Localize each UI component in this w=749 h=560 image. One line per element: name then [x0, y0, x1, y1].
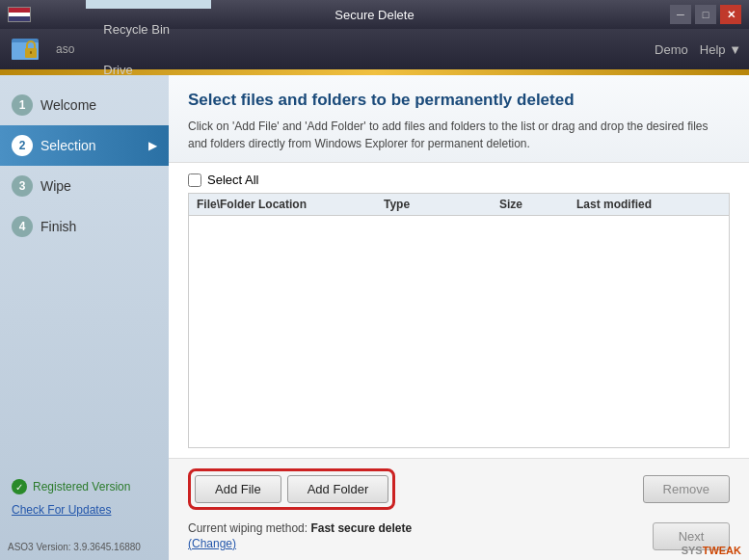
demo-link[interactable]: Demo: [655, 42, 688, 57]
wipe-info: Current wiping method: Fast secure delet…: [188, 518, 412, 550]
sidebar-steps: 1Welcome2Selection▶3Wipe4Finish: [0, 85, 169, 247]
step-arrow-2: ▶: [148, 139, 157, 152]
close-button[interactable]: ✕: [720, 5, 741, 24]
step-label-4: Finish: [40, 219, 76, 234]
svg-rect-3: [30, 51, 32, 54]
maximize-button[interactable]: □: [695, 5, 716, 24]
content-description: Click on 'Add File' and 'Add Folder' to …: [188, 118, 730, 152]
step-number-2: 2: [12, 135, 33, 156]
content-body: Select All File\Folder Location Type Siz…: [169, 163, 749, 458]
flag-icon: [8, 7, 31, 22]
add-folder-button[interactable]: Add Folder: [287, 475, 389, 503]
col-modified: Last modified: [576, 198, 721, 211]
registered-badge: ✓ Registered Version: [12, 479, 157, 494]
content-area: Select files and folders to be permanent…: [169, 75, 749, 560]
step-number-1: 1: [12, 94, 33, 116]
nav-tab-recycle_bin[interactable]: Recycle Bin: [86, 9, 187, 49]
step-label-1: Welcome: [40, 97, 96, 113]
minimize-button[interactable]: ─: [670, 5, 691, 24]
sidebar-step-2[interactable]: 2Selection▶: [0, 125, 169, 166]
menu-bar: aso Files & FoldersRecycle BinDriveSetti…: [0, 29, 749, 69]
registered-check-icon: ✓: [12, 479, 27, 494]
wipe-method: Fast secure delete: [310, 521, 412, 535]
step-label-2: Selection: [40, 138, 96, 153]
sidebar: 1Welcome2Selection▶3Wipe4Finish ✓ Regist…: [0, 75, 169, 560]
select-all-checkbox[interactable]: [188, 173, 201, 187]
col-location: File\Folder Location: [197, 198, 384, 211]
registered-label: Registered Version: [33, 480, 130, 493]
content-header: Select files and folders to be permanent…: [169, 75, 749, 163]
help-link[interactable]: Help ▼: [700, 42, 741, 57]
wipe-label: Current wiping method:: [188, 521, 308, 535]
step-label-3: Wipe: [40, 178, 71, 194]
col-size: Size: [499, 198, 576, 211]
remove-button[interactable]: Remove: [643, 475, 730, 503]
step-number-3: 3: [12, 175, 33, 197]
systweak-logo: SYSTWEAK: [682, 545, 741, 556]
sidebar-step-4[interactable]: 4Finish: [0, 206, 169, 247]
window-controls: ─ □ ✕: [670, 5, 741, 24]
add-buttons-highlight: Add File Add Folder: [188, 468, 395, 510]
menu-right: Demo Help ▼: [655, 42, 741, 57]
step-number-4: 4: [12, 216, 33, 237]
action-row: Add File Add Folder Remove: [188, 468, 730, 510]
content-title: Select files and folders to be permanent…: [188, 91, 730, 110]
sidebar-step-3[interactable]: 3Wipe: [0, 166, 169, 206]
select-all-label[interactable]: Select All: [207, 173, 258, 187]
window-title: Secure Delete: [334, 8, 414, 22]
table-header: File\Folder Location Type Size Last modi…: [188, 193, 730, 215]
check-updates-link[interactable]: Check For Updates: [12, 503, 111, 517]
aso-label: aso: [56, 42, 74, 56]
bottom-section: Add File Add Folder Remove Current wipin…: [169, 458, 749, 560]
nav-tab-files_folders[interactable]: Files & Folders: [86, 0, 210, 9]
logo-area: [8, 29, 48, 69]
app-logo-icon: [8, 29, 48, 69]
sidebar-step-1[interactable]: 1Welcome: [0, 85, 169, 125]
col-type: Type: [384, 198, 499, 211]
add-file-button[interactable]: Add File: [195, 475, 281, 503]
select-all-row: Select All: [188, 173, 730, 187]
change-link[interactable]: (Change): [188, 537, 412, 550]
version-label: ASO3 Version: 3.9.3645.16880: [8, 542, 141, 552]
file-table-body: [188, 215, 730, 448]
main-layout: 1Welcome2Selection▶3Wipe4Finish ✓ Regist…: [0, 75, 749, 560]
